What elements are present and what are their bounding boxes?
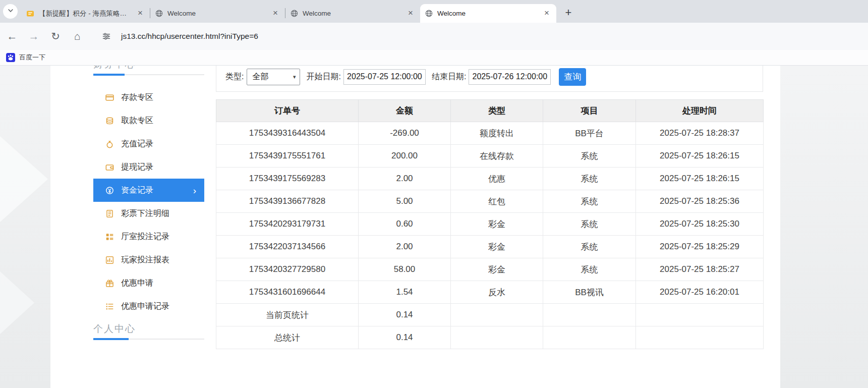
tab-close-icon[interactable]: × [542,9,551,18]
table-cell: BB视讯 [543,281,636,304]
sidebar-item-3[interactable]: 充值记录 [93,132,204,155]
start-date-label: 开始日期: [306,72,340,82]
bookmarks-bar: 百度一下 [0,50,868,66]
table-cell: 当前页统计 [216,304,359,326]
table-cell [636,304,764,326]
table-row: 总统计0.14 [216,326,764,349]
table-cell: 1753439175569283 [216,168,359,190]
table-cell: 红包 [451,190,543,213]
table-cell: 2.00 [359,168,451,190]
site-info-icon[interactable] [97,27,116,46]
table-cell: 系统 [543,236,636,258]
table-cell: 反水 [451,281,543,304]
table-cell: 2.00 [359,236,451,258]
query-button[interactable]: 查询 [559,68,586,86]
address-bar[interactable]: js13.cc/hhcp/usercenter.html?iniType=6 [121,32,258,41]
sidebar-item-8[interactable]: 玩家投注报表 [93,248,204,271]
back-button[interactable]: ← [3,27,22,46]
end-date-input[interactable]: 2025-07-26 12:00:00 [469,69,551,85]
table-cell: 2025-07-25 18:26:15 [636,145,764,168]
funds-icon [105,186,114,195]
table-cell: 系统 [543,213,636,236]
end-date-label: 结束日期: [432,72,466,82]
table-header-cell: 处理时间 [636,100,764,122]
sidebar-item-label: 取款专区 [121,116,153,126]
start-date-input[interactable]: 2025-07-25 12:00:00 [343,69,426,85]
bookmark-baidu[interactable]: 百度一下 [6,53,45,62]
sidebar-section-finance: 财务中心 [93,66,204,75]
tab-list: 【新提醒】积分 - 海燕策略论坛×Welcome×Welcome×Welcome… [21,0,556,23]
sidebar-item-label: 优惠申请 [121,278,153,289]
table-header-cell: 订单号 [216,100,359,122]
tab-close-icon[interactable]: × [271,9,280,18]
tab-close-icon[interactable]: × [406,9,415,18]
card-icon [105,93,114,102]
browser-window: 【新提醒】积分 - 海燕策略论坛×Welcome×Welcome×Welcome… [0,0,868,388]
sidebar-item-2[interactable]: 取款专区 [93,109,204,132]
table-row: 17534202931797310.60彩金系统2025-07-25 18:25… [216,213,764,236]
home-button[interactable]: ⌂ [68,27,87,46]
tab-title: 【新提醒】积分 - 海燕策略论坛 [39,9,132,18]
sidebar-item-9[interactable]: 优惠申请 [93,271,204,295]
table-cell: 彩金 [451,213,543,236]
bookmark-label: 百度一下 [19,53,45,62]
table-cell: 彩金 [451,236,543,258]
globe-icon [425,10,433,17]
table-cell: 1753422037134566 [216,236,359,258]
table-cell: 优惠 [451,168,543,190]
table-header-cell: 金额 [359,100,451,122]
type-select-value: 全部 [252,72,293,82]
table-cell: 5.00 [359,190,451,213]
table-cell: 1753420293179731 [216,213,359,236]
sidebar-item-5[interactable]: 资金记录› [93,179,204,202]
records-table: 订单号金额类型项目处理时间 1753439316443504-269.00额度转… [216,99,764,349]
table-cell: 2025-07-25 18:26:15 [636,168,764,190]
tab-4[interactable]: Welcome× [420,4,556,23]
table-cell: 1753439175551761 [216,145,359,168]
table-cell: 1753420327729580 [216,258,359,281]
reload-button[interactable]: ↻ [46,27,65,46]
tab-1[interactable]: 【新提醒】积分 - 海燕策略论坛× [21,4,150,23]
table-cell: 1.54 [359,281,451,304]
globe-icon [291,10,298,17]
table-cell: 1753431601696644 [216,281,359,304]
table-cell [543,304,636,326]
new-tab-button[interactable]: + [561,6,575,20]
chevron-right-icon: › [193,186,196,195]
table-cell [451,304,543,326]
tab-close-icon[interactable]: × [136,9,145,18]
table-row: 17534316016966441.54反水BB视讯2025-07-25 16:… [216,281,764,304]
tab-strip: 【新提醒】积分 - 海燕策略论坛×Welcome×Welcome×Welcome… [0,0,868,23]
table-cell: 系统 [543,190,636,213]
forward-button[interactable]: → [24,27,43,46]
type-select[interactable]: 全部 ▾ [247,69,300,85]
decorative-triangle [0,271,34,334]
sidebar-item-4[interactable]: 提现记录 [93,155,204,179]
tab-2[interactable]: Welcome× [150,4,285,23]
sidebar-item-label: 厅室投注记录 [121,232,169,242]
wallet-icon [105,163,114,172]
grid-icon [105,233,114,241]
sidebar-item-1[interactable]: 存款专区 [93,86,204,109]
tab-search-button[interactable] [3,4,18,19]
sidebar-item-7[interactable]: 厅室投注记录 [93,225,204,248]
table-cell: 0.60 [359,213,451,236]
doc-icon [105,209,114,218]
sidebar-item-10[interactable]: 优惠申请记录 [93,295,204,318]
sidebar-item-6[interactable]: 彩票下注明细 [93,202,204,225]
table-cell: 58.00 [359,258,451,281]
table-cell [636,326,764,349]
section-title: 个人中心 [93,323,136,334]
coins-icon [105,117,114,125]
table-row: 17534391366778285.00红包系统2025-07-25 18:25… [216,190,764,213]
table-cell: 额度转出 [451,122,543,145]
page-content: 财务中心 存款专区取款专区充值记录提现记录资金记录›彩票下注明细厅室投注记录玩家… [0,66,868,388]
filter-bar: 类型: 全部 ▾ 开始日期: 2025-07-25 12:00:00 结束日期:… [216,66,763,92]
sidebar-section-personal: 个人中心 [93,323,204,340]
decorative-triangle [0,136,48,222]
tab-3[interactable]: Welcome× [285,4,420,23]
table-cell: 2025-07-25 18:25:36 [636,190,764,213]
forum-icon [26,10,34,18]
section-underline-accent [93,74,125,76]
sidebar-item-label: 优惠申请记录 [121,301,169,312]
